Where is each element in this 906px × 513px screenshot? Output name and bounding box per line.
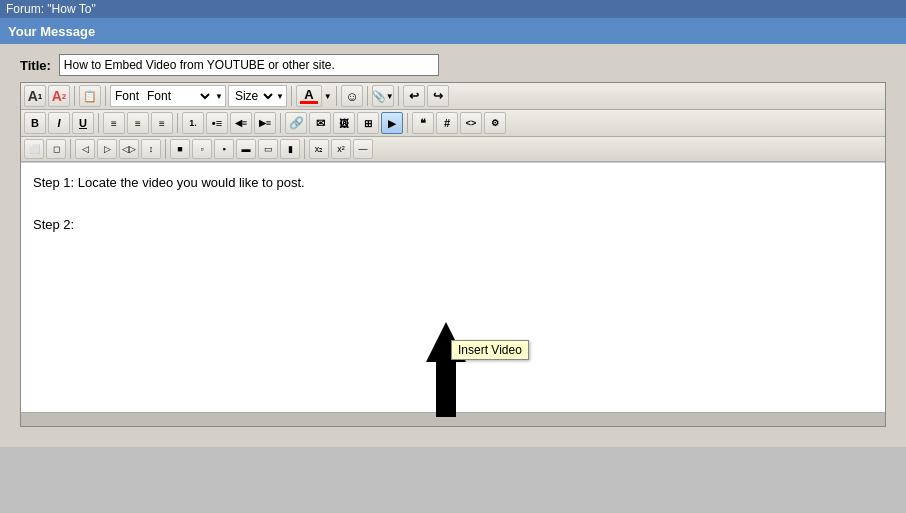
font-select-wrap[interactable]: Font Font Arial Times New Roman Verdana …	[110, 85, 226, 107]
font-label: Font	[113, 89, 141, 103]
align-left-icon: ≡	[111, 118, 117, 129]
redo-btn[interactable]: ↪	[427, 85, 449, 107]
extra-btn-9[interactable]: ▪	[214, 139, 234, 159]
size-select-wrap[interactable]: Size 8 10 12 14 18 24 ▼	[228, 85, 287, 107]
ordered-list-btn[interactable]: 1.	[182, 112, 204, 134]
template-btn[interactable]: 📋	[79, 85, 101, 107]
extra-icon-12: ▮	[288, 144, 293, 154]
forum-bar-text: Forum: "How To"	[6, 2, 96, 16]
hr-btn[interactable]: —	[353, 139, 373, 159]
extra-btn-12[interactable]: ▮	[280, 139, 300, 159]
separator-r2-2	[177, 113, 178, 133]
extra-icon-5: ◁▷	[122, 144, 136, 154]
quote-icon: ❝	[420, 117, 426, 130]
editor-line-2: Step 2:	[33, 215, 873, 236]
smiley-btn[interactable]: ☺	[341, 85, 363, 107]
extra-btn-1[interactable]: ⬜	[24, 139, 44, 159]
more-btn[interactable]: ⚙	[484, 112, 506, 134]
insert-video-btn[interactable]: ▶	[381, 112, 403, 134]
attach-arrow: ▼	[386, 92, 394, 101]
align-right-btn[interactable]: ≡	[151, 112, 173, 134]
bold-btn[interactable]: B	[24, 112, 46, 134]
link-icon: 🔗	[289, 116, 304, 130]
font-a-colored-sub-icon: 2	[62, 92, 66, 101]
hr-icon: —	[359, 144, 368, 154]
font-select[interactable]: Font Arial Times New Roman Verdana	[143, 88, 213, 104]
editor-container: A 1 A 2 📋 Font Font Arial Times New Roma…	[20, 82, 886, 427]
italic-icon: I	[57, 117, 60, 129]
hash-icon: #	[444, 117, 450, 129]
unordered-list-icon: •≡	[212, 117, 222, 129]
email-btn[interactable]: ✉	[309, 112, 331, 134]
link-btn[interactable]: 🔗	[285, 112, 307, 134]
code-icon: <>	[466, 118, 477, 128]
editor-line-1: Step 1: Locate the video you would like …	[33, 173, 873, 194]
underline-btn[interactable]: U	[72, 112, 94, 134]
font-style-btn-2[interactable]: A 2	[48, 85, 70, 107]
indent-btn[interactable]: ▶≡	[254, 112, 276, 134]
your-message-label: Your Message	[8, 24, 95, 39]
editor-area-wrap: Step 1: Locate the video you would like …	[21, 162, 885, 412]
color-bar	[300, 101, 318, 104]
italic-btn[interactable]: I	[48, 112, 70, 134]
subscript-icon: x₂	[315, 144, 324, 154]
attachment-btn[interactable]: 📎 ▼	[372, 85, 394, 107]
insert-image-icon: 🖼	[339, 118, 349, 129]
title-input[interactable]	[59, 54, 439, 76]
size-select[interactable]: Size 8 10 12 14 18 24	[231, 88, 276, 104]
superscript-btn[interactable]: x²	[331, 139, 351, 159]
more-icon: ⚙	[491, 118, 499, 128]
title-row: Title:	[20, 54, 886, 76]
text-color-btn[interactable]: A	[296, 85, 322, 107]
insert-table-btn[interactable]: ⊞	[357, 112, 379, 134]
align-right-icon: ≡	[159, 118, 165, 129]
code-btn[interactable]: <>	[460, 112, 482, 134]
toolbar-row-1: A 1 A 2 📋 Font Font Arial Times New Roma…	[21, 83, 885, 110]
toolbar-row-2: B I U ≡ ≡ ≡ 1.	[21, 110, 885, 137]
insert-image-btn[interactable]: 🖼	[333, 112, 355, 134]
subscript-btn[interactable]: x₂	[309, 139, 329, 159]
outdent-btn[interactable]: ◀≡	[230, 112, 252, 134]
extra-btn-2[interactable]: ◻	[46, 139, 66, 159]
extra-btn-7[interactable]: ■	[170, 139, 190, 159]
email-icon: ✉	[316, 117, 325, 130]
font-style-btn-1[interactable]: A 1	[24, 85, 46, 107]
toolbar-row-3: ⬜ ◻ ◁ ▷ ◁▷ ↕ ■ ▫ ▪ ▬ ▭ ▮ x₂ x² —	[21, 137, 885, 162]
extra-btn-10[interactable]: ▬	[236, 139, 256, 159]
extra-btn-8[interactable]: ▫	[192, 139, 212, 159]
undo-btn[interactable]: ↩	[403, 85, 425, 107]
extra-icon-7: ■	[177, 144, 182, 154]
separator-r2-1	[98, 113, 99, 133]
extra-btn-6[interactable]: ↕	[141, 139, 161, 159]
align-left-btn[interactable]: ≡	[103, 112, 125, 134]
extra-btn-4[interactable]: ▷	[97, 139, 117, 159]
font-dropdown-arrow: ▼	[215, 92, 223, 101]
extra-icon-8: ▫	[200, 144, 203, 154]
insert-table-icon: ⊞	[364, 118, 372, 129]
separator-2	[105, 86, 106, 106]
editor-content[interactable]: Step 1: Locate the video you would like …	[21, 162, 885, 412]
forum-bar: Forum: "How To"	[0, 0, 906, 18]
redo-icon: ↪	[433, 89, 443, 103]
sep-r3-1	[70, 139, 71, 159]
insert-video-icon: ▶	[388, 118, 396, 129]
title-label: Title:	[20, 58, 51, 73]
extra-btn-5[interactable]: ◁▷	[119, 139, 139, 159]
size-dropdown-arrow: ▼	[276, 92, 284, 101]
extra-icon-1: ⬜	[29, 144, 40, 154]
hash-btn[interactable]: #	[436, 112, 458, 134]
separator-1	[74, 86, 75, 106]
color-dropdown-arrow[interactable]: ▼	[324, 92, 332, 101]
unordered-list-btn[interactable]: •≡	[206, 112, 228, 134]
extra-icon-11: ▭	[264, 144, 273, 154]
quote-btn[interactable]: ❝	[412, 112, 434, 134]
separator-5	[367, 86, 368, 106]
extra-btn-11[interactable]: ▭	[258, 139, 278, 159]
attachment-icon: 📎	[372, 90, 386, 103]
bottom-scrollbar[interactable]	[21, 412, 885, 426]
extra-btn-3[interactable]: ◁	[75, 139, 95, 159]
separator-3	[291, 86, 292, 106]
template-icon: 📋	[83, 90, 97, 103]
tooltip-text: Insert Video	[458, 343, 522, 357]
align-center-btn[interactable]: ≡	[127, 112, 149, 134]
